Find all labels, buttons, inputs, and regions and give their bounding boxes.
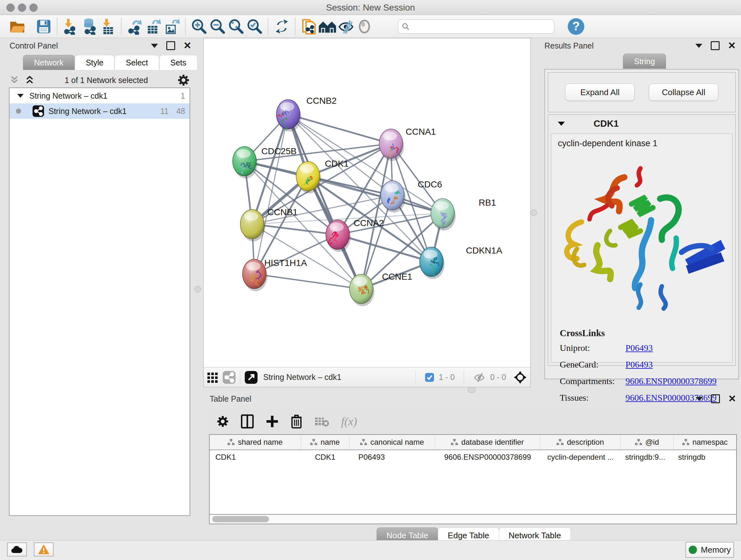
right-splitter-grip[interactable] [530,209,537,216]
network-icon-gray[interactable] [223,371,235,384]
gene-section-header[interactable]: CDK1 [548,115,735,132]
column-label: description [567,438,604,447]
expand-all-button[interactable]: Expand All [565,84,635,101]
cell-name[interactable]: CDK1 [301,453,349,462]
cell-canonical-name[interactable]: P06493 [349,453,435,462]
collapse-all-button[interactable]: Collapse All [649,84,718,101]
panel-menu-icon[interactable] [695,44,702,48]
table-toolbar: f(x) [209,409,737,434]
column-header[interactable]: @id [621,435,674,449]
toolbar-search-field[interactable] [398,19,554,34]
new-network-from-selection-button[interactable] [300,17,318,36]
cell-id[interactable]: stringdb:9... [621,453,674,462]
column-header[interactable]: database identifier [435,435,540,449]
import-network-from-file-button[interactable] [62,17,80,36]
show-columns-icon[interactable] [241,415,254,428]
tab-sets[interactable]: Sets [159,55,198,70]
import-table-from-file-button[interactable] [98,17,117,36]
zoom-fit-button[interactable] [227,17,246,36]
panel-float-icon[interactable] [711,394,720,403]
selected-checkbox-icon[interactable] [425,373,434,382]
cell-namespace[interactable]: stringdb [674,453,736,462]
warning-status-button[interactable] [34,543,54,557]
export-image-button[interactable] [163,17,181,36]
add-column-icon[interactable] [266,415,279,428]
zoom-in-button[interactable] [190,17,208,36]
gear-icon[interactable] [178,74,190,86]
delete-table-icon[interactable] [314,416,329,427]
tab-select[interactable]: Select [115,55,159,70]
collapse-section-icon[interactable] [558,122,565,126]
export-network-button[interactable] [126,17,144,36]
expand-all-icon[interactable] [24,75,35,85]
apply-layout-button[interactable] [273,17,291,36]
tree-expand-icon[interactable] [17,94,23,98]
documents-share-icon [301,18,317,35]
table-gear-icon[interactable] [217,415,229,428]
memory-button[interactable]: Memory [685,542,734,558]
left-splitter-grip[interactable] [195,286,201,293]
cell-description[interactable]: cyclin-dependent ... [540,453,621,462]
network-graph[interactable]: CCNB2CCNA1CDC25BCDK1CDC6RB1CCNB1CCNA2CDK… [204,38,530,367]
panel-close-icon[interactable]: ✕ [728,41,736,51]
network-row-selected[interactable]: String Network – cdk1 11 48 [10,104,190,119]
import-table-icon [100,18,116,35]
toolbar-separator [185,18,186,35]
scrollbar-thumb[interactable] [212,516,269,522]
column-header[interactable]: name [301,435,349,449]
tab-string[interactable]: String [623,54,666,69]
hide-selected-button[interactable] [337,17,355,36]
panel-close-icon[interactable]: ✕ [184,41,192,51]
crosslink-label: Compartments: [560,376,625,386]
show-all-button[interactable] [355,17,374,36]
open-session-button[interactable] [8,17,27,36]
column-header[interactable]: namespac [674,435,736,449]
grid-view-icon[interactable] [207,371,219,383]
current-network-bullet-icon [16,109,21,114]
function-builder-button[interactable]: f(x) [341,415,357,428]
detach-view-icon[interactable] [245,371,258,384]
first-neighbors-button[interactable] [318,17,337,36]
collapse-all-icon[interactable] [9,75,20,85]
crosslink-link[interactable]: P06493 [625,343,653,353]
export-table-icon [145,18,162,35]
control-panel-tabs: Network Style Select Sets [23,55,198,70]
panel-menu-icon[interactable] [151,44,158,48]
shared-column-icon [556,439,563,445]
zoom-selected-button[interactable] [246,17,264,36]
birds-eye-navigator-icon[interactable] [513,370,527,384]
crosslink-link[interactable]: 9606.ENSP00000378699 [625,376,717,386]
tab-network[interactable]: Network [23,55,75,70]
network-share-icon [32,105,44,117]
search-input[interactable] [410,22,551,31]
delete-column-icon[interactable] [291,415,302,428]
hidden-eye-slash-icon[interactable] [473,372,486,382]
export-network-icon [127,18,143,35]
crosslink-link[interactable]: P06493 [625,360,653,370]
table-horizontal-scrollbar[interactable] [209,515,737,524]
cell-shared-name[interactable]: CDK1 [210,453,301,462]
import-network-from-database-button[interactable] [80,17,98,36]
bottom-splitter-grip[interactable] [468,387,475,393]
panel-float-icon[interactable] [166,41,175,50]
cloud-status-button[interactable] [7,543,27,557]
panel-close-icon[interactable]: ✕ [728,394,736,403]
cell-database-identifier[interactable]: 9606.ENSP00000378699 [435,453,540,462]
column-header[interactable]: canonical name [349,435,435,449]
toolbar-separator [240,370,240,384]
network-canvas[interactable]: CCNB2CCNA1CDC25BCDK1CDC6RB1CCNB1CCNA2CDK… [204,38,530,367]
help-button[interactable]: ? [568,18,584,35]
column-label: canonical name [370,438,424,447]
panel-menu-icon[interactable] [696,397,703,401]
zoom-out-button[interactable] [208,17,227,36]
network-collection-row[interactable]: String Network – cdk1 1 [10,88,190,104]
shared-column-icon [310,439,317,445]
tab-style[interactable]: Style [75,55,115,70]
crosslinks-block: CrossLinks Uniprot: P06493 GeneCard: P06… [551,328,732,420]
export-table-button[interactable] [144,17,163,36]
column-header[interactable]: shared name [210,435,301,449]
table-row[interactable]: CDK1 CDK1 P06493 9606.ENSP00000378699 cy… [210,450,736,464]
save-session-button[interactable] [35,17,53,36]
column-header[interactable]: description [540,435,621,449]
panel-float-icon[interactable] [711,41,720,50]
